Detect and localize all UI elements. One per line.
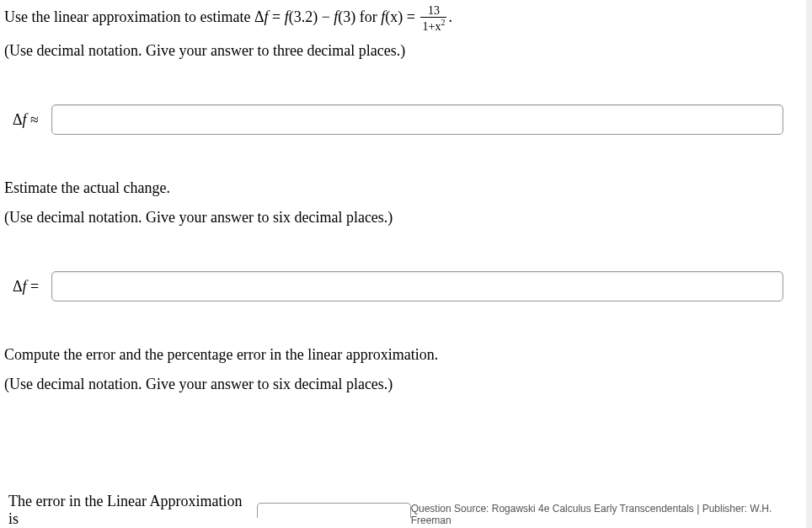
instruction-3: (Use decimal notation. Give your answer … — [4, 373, 800, 396]
question-prompt: Use the linear approximation to estimate… — [4, 4, 800, 33]
section3-heading: Compute the error and the percentage err… — [4, 344, 800, 366]
footer-left: The error in the Linear Approximation is — [4, 493, 411, 528]
vertical-scrollbar[interactable] — [806, 0, 812, 528]
question-source: Question Source: Rogawski 4e Calculus Ea… — [411, 503, 800, 528]
paren3: (x) = — [385, 8, 419, 25]
answer-label-1: Δf ≈ — [13, 111, 39, 129]
footer-label: The error in the Linear Approximation is — [8, 493, 247, 528]
fraction: 131+x2 — [420, 4, 446, 33]
answer-label-2: Δf = — [13, 278, 39, 296]
eq-sign: = — [269, 8, 285, 25]
answer-row-2: Δf = — [13, 271, 800, 301]
prompt-text: Use the linear approximation to estimate… — [4, 8, 264, 25]
fraction-numerator: 13 — [420, 4, 446, 18]
footer: The error in the Linear Approximation is… — [4, 493, 800, 528]
paren1: (3.2) − — [289, 8, 334, 25]
paren2: (3) for — [338, 8, 381, 25]
section-3: Compute the error and the percentage err… — [4, 344, 800, 396]
answer-input-2[interactable] — [51, 271, 783, 301]
answer-input-3-partial[interactable] — [257, 503, 411, 518]
section-2: Estimate the actual change. (Use decimal… — [4, 177, 800, 229]
instruction-1: (Use decimal notation. Give your answer … — [4, 40, 800, 62]
answer-input-1[interactable] — [51, 104, 783, 135]
prompt-suffix: . — [448, 8, 452, 25]
fraction-denominator: 1+x2 — [420, 18, 446, 33]
instruction-2: (Use decimal notation. Give your answer … — [4, 206, 800, 229]
section2-heading: Estimate the actual change. — [4, 177, 800, 200]
answer-row-1: Δf ≈ — [13, 104, 800, 135]
